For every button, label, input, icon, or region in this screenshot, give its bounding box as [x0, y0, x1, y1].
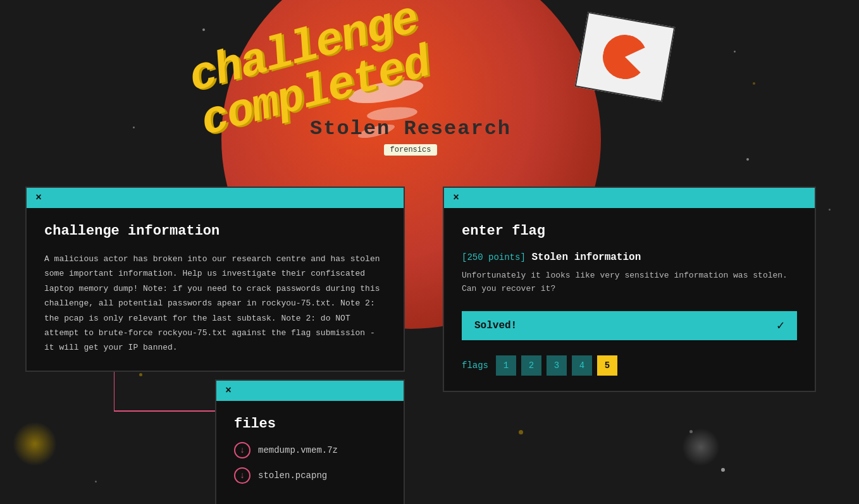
enter-flag-title: enter flag: [462, 223, 797, 239]
flags-label: flags: [462, 360, 488, 371]
file-item-memdump[interactable]: ↓ memdump.vmem.7z: [234, 442, 386, 458]
checkmark-icon: ✓: [777, 317, 784, 333]
solved-text: Solved!: [474, 320, 517, 331]
files-close-button[interactable]: ×: [223, 385, 234, 396]
download-icon-memdump: ↓: [234, 442, 250, 458]
challenge-completed-text: challenge completed: [185, 0, 575, 145]
flag-button-5[interactable]: 5: [597, 355, 617, 376]
files-title: files: [234, 416, 386, 432]
file-name-pcapng: stolen.pcapng: [258, 470, 327, 481]
pacman-card: [575, 12, 676, 102]
enter-flag-window: × enter flag [250 points] Stolen informa…: [443, 187, 816, 392]
subtask-description: Unfortunately it looks like very sensiti…: [462, 269, 797, 296]
files-titlebar: ×: [216, 381, 404, 401]
challenge-info-title: challenge information: [44, 223, 386, 239]
download-icon-pcapng: ↓: [234, 467, 250, 484]
glow-orb-left: [13, 422, 57, 466]
pacman-icon: [599, 31, 650, 82]
enter-flag-close-button[interactable]: ×: [450, 192, 462, 204]
challenge-info-titlebar: ×: [27, 188, 404, 208]
challenge-info-close-button[interactable]: ×: [33, 192, 44, 204]
flag-button-2[interactable]: 2: [521, 355, 541, 376]
category-badge: forensics: [384, 144, 438, 156]
files-window: × files ↓ memdump.vmem.7z ↓ stolen.pcapn…: [215, 379, 405, 504]
solved-bar: Solved! ✓: [462, 311, 797, 340]
enter-flag-titlebar: ×: [444, 188, 815, 208]
flag-button-4[interactable]: 4: [572, 355, 592, 376]
challenge-info-window: × challenge information A malicious acto…: [25, 187, 405, 372]
challenge-info-description: A malicious actor has broken into our re…: [44, 252, 386, 355]
file-item-pcapng[interactable]: ↓ stolen.pcapng: [234, 467, 386, 484]
glow-orb-right: [682, 428, 720, 466]
flag-button-1[interactable]: 1: [496, 355, 516, 376]
points-line: [250 points] Stolen information: [462, 252, 797, 263]
challenge-completed-banner: challenge completed: [190, 6, 569, 133]
file-name-memdump: memdump.vmem.7z: [258, 445, 338, 455]
points-badge: [250 points]: [462, 252, 526, 262]
flags-row: flags 1 2 3 4 5: [462, 355, 797, 376]
subtask-title: Stolen information: [531, 252, 641, 263]
flag-button-3[interactable]: 3: [547, 355, 567, 376]
